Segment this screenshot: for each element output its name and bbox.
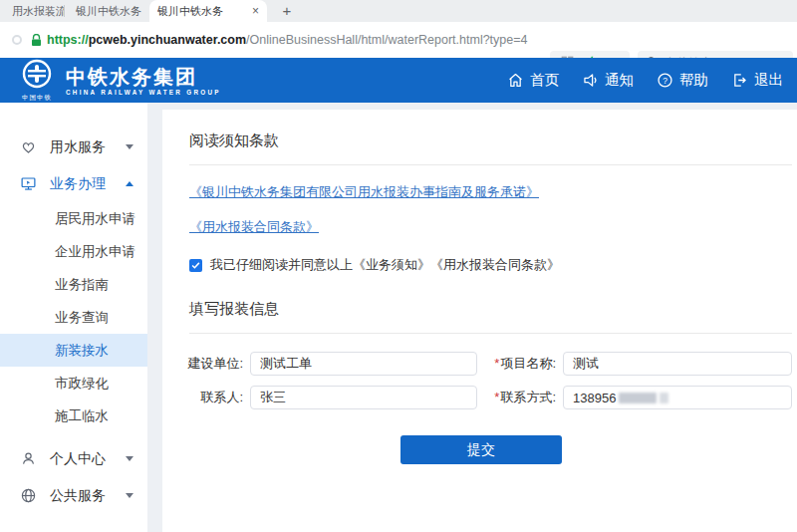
agree-text: 我已仔细阅读并同意以上《业务须知》《用水报装合同条款》: [210, 256, 560, 274]
sidebar-group-water-service[interactable]: 用水服务: [0, 129, 147, 165]
home-icon: [507, 72, 524, 89]
nav-notice-label: 通知: [605, 71, 634, 90]
nav-notice[interactable]: 通知: [582, 71, 634, 90]
nav-help[interactable]: ? 帮助: [657, 71, 708, 90]
sidebar-item-construction-water[interactable]: 施工临水: [0, 399, 147, 432]
contract-terms-link[interactable]: 《用水报装合同条款》: [189, 218, 319, 236]
url-path: /OnlineBusinessHall/html/waterReport.htm…: [246, 33, 527, 47]
sidebar-item-new-connection[interactable]: 新装接水: [0, 334, 147, 367]
form-section-title: 填写报装信息: [189, 300, 792, 319]
sidebar-item-business-query[interactable]: 业务查询: [0, 301, 147, 334]
phone-redaction-blur: [660, 393, 668, 403]
project-label-text: 项目名称:: [500, 356, 556, 371]
phone-label-text: 联系方式:: [500, 390, 556, 404]
sidebar-item-municipal-greening[interactable]: 市政绿化: [0, 367, 147, 399]
nav-home-label: 首页: [530, 71, 559, 90]
sidebar-group-business[interactable]: 业务办理: [0, 165, 147, 202]
guide-document-link[interactable]: 《银川中铁水务集团有限公司用水报装办事指南及服务承诺》: [189, 183, 539, 201]
contact-label: 联系人:: [200, 389, 243, 406]
sidebar-group-label: 公共服务: [50, 487, 126, 505]
site-logo: 中国中铁 中铁水务集团 CHINA RAILWAY WATER GROUP: [14, 59, 221, 103]
browser-urlbar: https://pcweb.yinchuanwater.com/OnlineBu…: [0, 22, 797, 58]
browser-tab-2[interactable]: 银川中铁水务: [68, 0, 145, 22]
browser-window: 用水报装流程_ 银川中铁水务 银川中铁水务 × + https://pcweb.…: [0, 0, 797, 532]
sidebar-group-label: 个人中心: [50, 450, 126, 468]
sidebar-group-label: 用水服务: [50, 138, 126, 156]
agree-checkbox[interactable]: [189, 259, 202, 272]
required-asterisk: *: [494, 390, 499, 404]
speaker-icon: [582, 72, 599, 89]
contact-label-text: 联系人:: [200, 390, 243, 404]
unit-input[interactable]: [250, 352, 477, 376]
site-favicon-placeholder-icon: [12, 35, 22, 45]
main-content: 阅读须知条款 《银川中铁水务集团有限公司用水报装办事指南及服务承诺》 《用水报装…: [162, 110, 797, 532]
sidebar-group-label: 业务办理: [50, 175, 126, 193]
tab-title: 银川中铁水务: [157, 0, 246, 22]
monitor-icon: [20, 175, 37, 192]
project-input[interactable]: [563, 352, 792, 376]
help-question-mark: ?: [663, 76, 667, 86]
url-scheme: https://: [47, 33, 89, 47]
chevron-down-icon: [126, 144, 133, 149]
browser-tab-active[interactable]: 银川中铁水务 ×: [149, 0, 267, 22]
phone-value-visible: 138956: [573, 391, 616, 405]
lock-icon: [31, 34, 42, 47]
notice-section-title: 阅读须知条款: [189, 132, 792, 150]
tab-separator: [64, 5, 65, 17]
required-asterisk: *: [494, 356, 499, 371]
phone-label: *联系方式:: [494, 389, 556, 406]
header-nav: 首页 通知 ? 帮助: [507, 71, 783, 90]
project-label: *项目名称:: [494, 355, 556, 373]
submit-button[interactable]: 提交: [400, 435, 562, 464]
browser-tabbar: 用水报装流程_ 银川中铁水务 银川中铁水务 × +: [0, 0, 797, 22]
phone-redaction-blur: [619, 393, 657, 403]
sidebar-item-business-guide[interactable]: 业务指南: [0, 268, 147, 301]
sidebar: 用水服务 业务办理 居民用水申请 企业用水申请 业务指南 业务查询: [0, 103, 147, 532]
new-tab-button[interactable]: +: [275, 0, 299, 22]
agree-row: 我已仔细阅读并同意以上《业务须知》《用水报装合同条款》: [189, 256, 792, 274]
logo-subtitle: CHINA RAILWAY WATER GROUP: [66, 89, 221, 96]
address-bar[interactable]: https://pcweb.yinchuanwater.com/OnlineBu…: [47, 22, 527, 58]
user-icon: [20, 450, 37, 467]
contact-input[interactable]: [250, 386, 477, 409]
crcc-emblem-icon: [22, 59, 52, 89]
unit-label: 建设单位:: [187, 355, 243, 373]
nav-logout[interactable]: 退出: [731, 71, 783, 90]
browser-tab-1[interactable]: 用水报装流程_: [4, 0, 64, 22]
logout-icon: [731, 72, 748, 89]
chevron-down-icon: [126, 493, 133, 498]
url-host: pcweb.yinchuanwater.com: [89, 33, 246, 47]
phone-input[interactable]: 138956: [563, 386, 792, 409]
help-icon: ?: [657, 72, 673, 89]
check-icon: [191, 261, 200, 270]
site-header: 中国中铁 中铁水务集团 CHINA RAILWAY WATER GROUP 首页: [0, 58, 797, 103]
sidebar-spacer: [0, 432, 147, 440]
divider: [189, 164, 792, 165]
report-form: 建设单位: *项目名称: 联系人: *联系方式: 138956: [189, 352, 792, 409]
heart-icon: [20, 138, 37, 155]
sidebar-group-personal[interactable]: 个人中心: [0, 440, 147, 477]
tab-close-icon[interactable]: ×: [252, 5, 259, 17]
divider: [189, 333, 792, 334]
unit-label-text: 建设单位:: [187, 356, 243, 371]
logo-badge: 中国中铁: [14, 94, 60, 103]
sidebar-item-resident-apply[interactable]: 居民用水申请: [0, 202, 147, 235]
nav-help-label: 帮助: [679, 71, 708, 90]
nav-logout-label: 退出: [754, 71, 783, 90]
nav-home[interactable]: 首页: [507, 71, 559, 90]
logo-title: 中铁水务集团: [66, 66, 221, 88]
workspace: 用水服务 业务办理 居民用水申请 企业用水申请 业务指南 业务查询: [0, 103, 797, 532]
chevron-up-icon: [126, 181, 133, 186]
globe-icon: [20, 487, 37, 504]
sidebar-item-enterprise-apply[interactable]: 企业用水申请: [0, 235, 147, 268]
sidebar-group-public[interactable]: 公共服务: [0, 477, 147, 514]
chevron-down-icon: [126, 456, 133, 461]
